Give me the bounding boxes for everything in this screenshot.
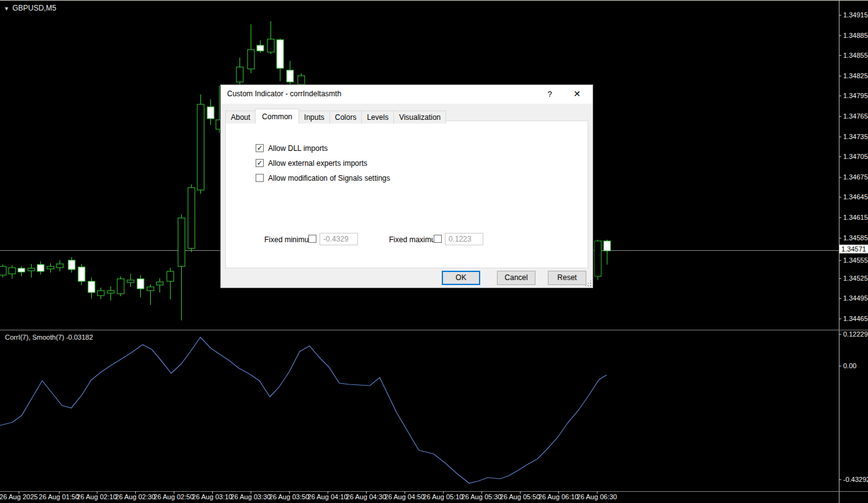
- indicator-axis-label: 0.00: [843, 362, 856, 369]
- price-tick: [839, 55, 841, 56]
- price-axis-label: 1.34795: [843, 92, 868, 99]
- time-axis-label: 26 Aug 06:30: [577, 493, 617, 501]
- checkbox-checked[interactable]: ✓: [256, 144, 264, 152]
- time-axis-label: 26 Aug 04:10: [308, 493, 348, 501]
- time-axis-label: 26 Aug 05:10: [423, 493, 463, 501]
- candle-body: [97, 291, 104, 296]
- cancel-button[interactable]: Cancel: [497, 271, 535, 285]
- candle-body: [248, 50, 254, 69]
- candle-body: [78, 267, 85, 281]
- candle-body: [18, 268, 25, 272]
- candle-body: [107, 291, 114, 293]
- tab-colors[interactable]: Colors: [329, 111, 362, 124]
- candle-body: [9, 268, 16, 274]
- candle-body: [56, 264, 63, 268]
- symbol-text: GBPUSD,M5: [12, 4, 56, 12]
- fixed-maximum-checkbox[interactable]: [434, 235, 442, 243]
- checkbox-row: Allow modification of Signals settings: [256, 174, 390, 183]
- subwindow-separator[interactable]: [0, 330, 868, 330]
- time-axis-label: 26 Aug 02:30: [115, 493, 156, 501]
- checkbox-checked[interactable]: ✓: [256, 159, 264, 167]
- candle-body: [47, 266, 54, 269]
- custom-indicator-dialog: Custom Indicator - corrIndeltasmth ? ✕ A…: [220, 84, 593, 288]
- tab-visualization[interactable]: Visualization: [393, 111, 446, 124]
- price-tick: [839, 35, 841, 36]
- candle-body: [197, 104, 204, 190]
- candle-body: [127, 280, 134, 283]
- price-axis-label: 1.34705: [843, 153, 868, 160]
- checkbox-row: ✓Allow external experts imports: [256, 159, 367, 168]
- candle-body: [236, 67, 243, 82]
- time-axis-label: 26 Aug 02:10: [77, 493, 117, 501]
- candle-body: [188, 188, 195, 248]
- price-axis-label: 1.34525: [843, 274, 868, 282]
- price-tick: [839, 177, 841, 178]
- tab-inputs[interactable]: Inputs: [298, 111, 330, 124]
- price-axis-label: 1.34735: [843, 133, 868, 140]
- help-icon[interactable]: ?: [539, 85, 560, 103]
- checkbox-unchecked[interactable]: [256, 174, 264, 182]
- candle-body: [88, 281, 95, 292]
- indicator-tick: [839, 334, 841, 335]
- candle-body: [178, 218, 185, 266]
- price-tick: [839, 278, 841, 279]
- candle-body: [604, 241, 611, 251]
- candle-body: [137, 279, 144, 289]
- candle-body: [267, 39, 274, 52]
- ok-button[interactable]: OK: [442, 271, 480, 285]
- price-tick: [839, 238, 841, 238]
- price-tick: [839, 197, 841, 197]
- indicator-axis-label: -0.43292: [843, 476, 868, 483]
- dialog-titlebar[interactable]: Custom Indicator - corrIndeltasmth ? ✕: [221, 85, 593, 104]
- price-axis-label: 1.34855: [843, 52, 868, 59]
- candle-body: [594, 241, 601, 276]
- tab-levels[interactable]: Levels: [361, 111, 394, 124]
- time-axis-label: 26 Aug 02:50: [154, 493, 194, 501]
- checkbox-label: Allow DLL imports: [268, 144, 328, 153]
- tab-common[interactable]: Common: [255, 109, 299, 124]
- price-tick: [839, 15, 841, 16]
- candle-body: [28, 268, 35, 271]
- indicator-tick: [839, 366, 841, 366]
- price-axis-label: 1.34615: [843, 214, 868, 221]
- dialog-tabs: AboutCommonInputsColorsLevelsVisualizati…: [225, 109, 445, 121]
- candle-body: [277, 40, 284, 68]
- candle-body: [156, 282, 163, 285]
- price-axis-label: 1.34495: [843, 294, 868, 302]
- checkbox-row: ✓Allow DLL imports: [256, 144, 328, 153]
- checkbox-label: Allow external experts imports: [268, 159, 367, 168]
- chevron-down-icon[interactable]: ▼: [4, 6, 9, 12]
- tab-about[interactable]: About: [225, 111, 256, 124]
- price-tick: [839, 116, 841, 117]
- reset-button[interactable]: Reset: [548, 271, 586, 285]
- candle-body: [147, 287, 154, 291]
- candle-body: [287, 70, 293, 82]
- price-axis-label: 1.34555: [843, 256, 868, 264]
- checkbox-label: Allow modification of Signals settings: [268, 174, 390, 183]
- time-axis-label: 26 Aug 03:30: [231, 493, 271, 501]
- price-axis-label: 1.34645: [843, 193, 868, 201]
- candle-body: [257, 45, 264, 51]
- price-tick: [839, 217, 841, 218]
- fixed-minimum-input[interactable]: -0.4329: [320, 233, 358, 245]
- price-axis-label: 1.34585: [843, 234, 868, 242]
- current-price-badge: 1.34571: [839, 245, 868, 253]
- price-tick: [839, 96, 841, 96]
- symbol-period-label[interactable]: ▼GBPUSD,M5: [4, 4, 56, 12]
- candle-body: [298, 76, 305, 84]
- resize-grip-icon[interactable]: [585, 280, 591, 286]
- indicator-canvas[interactable]: [0, 330, 839, 491]
- price-tick: [839, 319, 841, 319]
- time-axis-label: 26 Aug 04:30: [346, 493, 387, 501]
- time-axis-label: 26 Aug 03:10: [192, 493, 233, 501]
- close-icon[interactable]: ✕: [566, 85, 588, 103]
- time-axis-label: 26 Aug 03:50: [269, 493, 310, 501]
- indicator-line: [0, 337, 607, 483]
- fixed-minimum-checkbox[interactable]: [308, 235, 316, 243]
- time-axis-label: 26 Aug 01:50: [39, 493, 79, 501]
- price-axis-label: 1.34885: [843, 32, 868, 39]
- price-tick: [839, 156, 841, 157]
- fixed-maximum-input[interactable]: 0.1223: [445, 233, 483, 245]
- dialog-title: Custom Indicator - corrIndeltasmth: [227, 89, 341, 98]
- time-axis-label: 26 Aug 05:50: [500, 493, 540, 501]
